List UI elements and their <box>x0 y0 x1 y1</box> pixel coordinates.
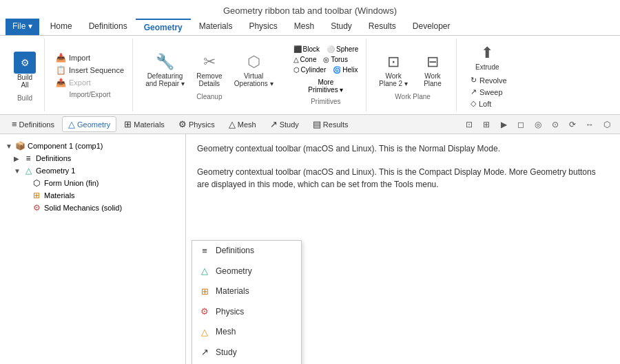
tab-home[interactable]: Home <box>42 19 81 35</box>
dropdown-item-geometry[interactable]: △ Geometry <box>192 261 301 281</box>
tab-results[interactable]: Results <box>360 19 404 35</box>
tab-mesh[interactable]: Mesh <box>286 19 322 35</box>
defeaturing-button[interactable]: 🔧 Defeaturing and Repair ▾ <box>141 50 189 90</box>
torus-icon: ◎ <box>323 56 329 63</box>
primitives-row1: ⬛ Block ⚪ Sphere <box>291 45 361 54</box>
toolbar-icon-4[interactable]: ◻ <box>513 117 528 132</box>
tree-arrow-definitions: ▶ <box>14 155 21 162</box>
revolve-button[interactable]: ↻ Revolve <box>468 75 510 85</box>
block-button[interactable]: ⬛ Block <box>291 45 322 54</box>
ctx-tab-physics[interactable]: ⚙ Physics <box>172 116 221 132</box>
build-all-button[interactable]: ⚙ Build All <box>11 49 39 92</box>
tab-file[interactable]: File ▾ <box>6 19 39 35</box>
materials-tab-icon: ⊞ <box>124 119 132 129</box>
sphere-button[interactable]: ⚪ Sphere <box>324 45 360 54</box>
mesh-tab-icon: △ <box>229 119 236 129</box>
ribbon-tab-bar: File ▾ Home Definitions Geometry Materia… <box>0 19 620 36</box>
primitives-row2: △ Cone ◎ Torus <box>291 55 361 64</box>
tree-label-form-union: Form Union (fin) <box>44 179 99 187</box>
tab-materials[interactable]: Materials <box>191 19 241 35</box>
import-export-buttons: 📥 Import 📋 Insert Sequence 📤 Export <box>53 52 127 88</box>
tree-form-union[interactable]: ⬡ Form Union (fin) <box>6 177 180 189</box>
toolbar-icon-8[interactable]: ↔ <box>582 117 597 132</box>
import-button[interactable]: 📥 Import <box>53 52 127 63</box>
ctx-tab-definitions[interactable]: ≡ Definitions <box>6 116 61 132</box>
dropdown-item-study[interactable]: ↗ Study <box>192 342 301 363</box>
cylinder-button[interactable]: ⬡ Cylinder <box>291 65 329 74</box>
ctx-tab-materials[interactable]: ⊞ Materials <box>118 116 171 132</box>
toolbar-icon-2[interactable]: ⊞ <box>479 117 494 132</box>
build-all-icon: ⚙ <box>14 52 36 74</box>
dropdown-item-definitions[interactable]: ≡ Definitions <box>192 241 301 261</box>
tab-developer[interactable]: Developer <box>404 19 459 35</box>
ribbon-group-importexport: 📥 Import 📋 Insert Sequence 📤 Export Impo… <box>48 39 133 111</box>
primitives-list: ⬛ Block ⚪ Sphere △ Cone <box>291 45 361 74</box>
materials-icon: ⊞ <box>31 191 42 200</box>
tab-definitions[interactable]: Definitions <box>81 19 136 35</box>
virtual-operations-button[interactable]: ⬡ Virtual Operations ▾ <box>230 50 278 90</box>
tree-label-materials: Materials <box>44 191 75 200</box>
ribbon-group-operations: ⬆ Extrude ↻ Revolve ↗ Sweep ◇ Lo <box>459 39 515 111</box>
tree-geometry1[interactable]: ▼ △ Geometry 1 <box>6 164 180 177</box>
tab-study[interactable]: Study <box>322 19 360 35</box>
physics-tab-icon: ⚙ <box>178 119 187 129</box>
tree-panel: ▼ 📦 Component 1 (comp1) ▶ ≡ Definitions … <box>0 134 186 364</box>
tree-label-solid-mechanics: Solid Mechanics (solid) <box>44 204 122 212</box>
page-wrapper: Geometry ribbon tab and toolbar (Windows… <box>0 0 620 364</box>
dropdown-materials-icon: ⊞ <box>199 285 210 299</box>
remove-details-button[interactable]: ✂ Remove Details <box>192 50 227 90</box>
form-union-icon: ⬡ <box>31 178 42 188</box>
export-button[interactable]: 📤 Export <box>53 77 127 88</box>
contextual-toolbar-icons: ⊡ ⊞ ▶ ◻ ◎ ⊙ ⟳ ↔ ⬡ <box>462 117 614 132</box>
tab-physics[interactable]: Physics <box>240 19 285 35</box>
content-text2: Geometry contextual toolbar (macOS and L… <box>197 167 596 189</box>
revolve-icon: ↻ <box>471 76 477 85</box>
sweep-button[interactable]: ↗ Sweep <box>468 87 510 97</box>
torus-button[interactable]: ◎ Torus <box>321 55 349 64</box>
more-primitives-button[interactable]: More Primitives ▾ <box>305 77 346 95</box>
geometry-dropdown-menu: ≡ Definitions △ Geometry ⊞ Materials ⚙ P… <box>192 240 302 365</box>
geometry1-icon: △ <box>23 166 34 175</box>
insert-sequence-button[interactable]: 📋 Insert Sequence <box>53 65 127 76</box>
tree-component1[interactable]: ▼ 📦 Component 1 (comp1) <box>6 140 180 152</box>
ctx-tab-mesh[interactable]: △ Mesh <box>223 116 262 132</box>
work-plane-2-icon: ⊡ <box>387 53 400 71</box>
work-plane-icon: ⊟ <box>426 53 439 71</box>
toolbar-icon-3[interactable]: ▶ <box>496 117 511 132</box>
dropdown-materials-label: Materials <box>216 285 249 297</box>
contextual-tab-bar: ≡ Definitions △ Geometry ⊞ Materials ⚙ P… <box>0 115 620 134</box>
tab-geometry[interactable]: Geometry <box>136 19 191 35</box>
dropdown-physics-icon: ⚙ <box>199 305 210 319</box>
import-icon: 📥 <box>56 53 66 63</box>
cone-icon: △ <box>293 56 299 63</box>
cone-button[interactable]: △ Cone <box>291 55 319 64</box>
dropdown-item-physics[interactable]: ⚙ Physics <box>192 301 301 322</box>
ctx-tab-geometry[interactable]: △ Geometry <box>62 116 116 132</box>
helix-button[interactable]: 🌀 Helix <box>331 65 360 74</box>
toolbar-icon-5[interactable]: ◎ <box>530 117 546 132</box>
dropdown-study-icon: ↗ <box>199 345 210 359</box>
toolbar-icon-6[interactable]: ⊙ <box>548 117 563 132</box>
toolbar-icon-7[interactable]: ⟳ <box>565 117 580 132</box>
sphere-icon: ⚪ <box>327 45 335 53</box>
work-plane-button[interactable]: ⊟ Work Plane <box>415 50 451 90</box>
dropdown-item-materials[interactable]: ⊞ Materials <box>192 281 301 302</box>
build-group-label: Build <box>17 94 32 102</box>
tree-definitions[interactable]: ▶ ≡ Definitions <box>6 152 180 164</box>
ctx-tab-results[interactable]: ▤ Results <box>307 116 355 132</box>
study-tab-icon: ↗ <box>270 119 278 129</box>
toolbar-icon-1[interactable]: ⊡ <box>462 117 477 132</box>
loft-button[interactable]: ◇ Loft <box>468 98 510 109</box>
work-plane-2-button[interactable]: ⊡ Work Plane 2 ▾ <box>375 50 412 90</box>
content-block1: Geometry contextual toolbar (macOS and L… <box>197 142 609 155</box>
ctx-tab-study[interactable]: ↗ Study <box>264 116 305 132</box>
ribbon-content: ⚙ Build All Build 📥 Import 📋 Insert Sequ… <box>0 36 620 114</box>
tree-arrow-geometry1: ▼ <box>14 167 21 175</box>
tree-materials[interactable]: ⊞ Materials <box>6 189 180 202</box>
defeaturing-icon: 🔧 <box>156 53 174 71</box>
tree-solid-mechanics[interactable]: ⚙ Solid Mechanics (solid) <box>6 202 180 214</box>
extrude-button[interactable]: ⬆ Extrude <box>469 41 505 74</box>
workplane-group-label: Work Plane <box>395 93 431 100</box>
toolbar-icon-9[interactable]: ⬡ <box>599 117 614 132</box>
dropdown-item-mesh[interactable]: △ Mesh <box>192 322 301 343</box>
